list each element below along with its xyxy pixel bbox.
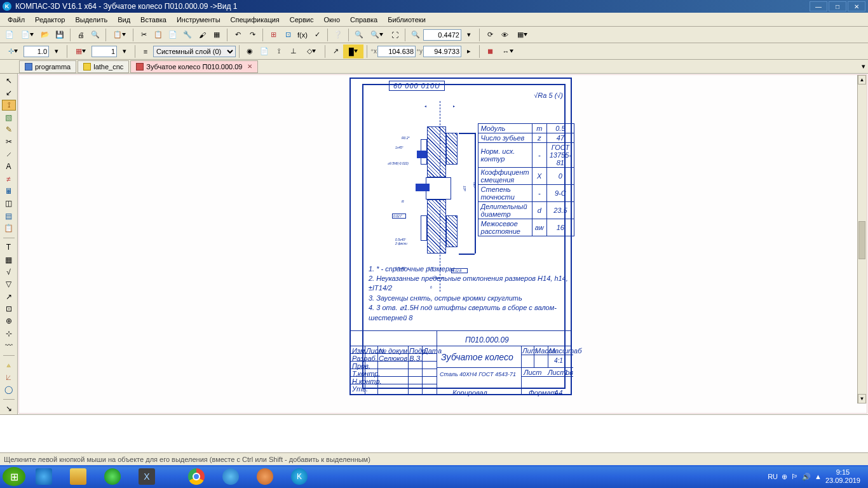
menu-insert[interactable]: Вставка bbox=[135, 15, 172, 25]
display-dd[interactable]: ▦ bbox=[512, 28, 532, 42]
tool-textins[interactable]: T bbox=[2, 242, 16, 253]
scale-input[interactable] bbox=[24, 46, 49, 57]
tool-dims[interactable]: ⟟ bbox=[2, 100, 16, 111]
zoomsel-button[interactable]: 🔍 bbox=[352, 28, 366, 42]
osnap-button[interactable]: ◇ bbox=[301, 44, 322, 58]
tool-report[interactable]: 📋 bbox=[2, 222, 16, 233]
undo-button[interactable]: ↶ bbox=[231, 28, 245, 42]
fx-button[interactable]: f(x) bbox=[295, 28, 309, 42]
scroll-down-icon[interactable]: ▼ bbox=[858, 394, 866, 403]
color-button[interactable]: █ bbox=[343, 44, 363, 58]
zoom-input[interactable] bbox=[423, 29, 461, 41]
tray-volume-icon[interactable]: 🔊 bbox=[802, 473, 811, 481]
coord-x-input[interactable] bbox=[377, 46, 416, 57]
new-button[interactable]: 📄 bbox=[3, 28, 17, 42]
taskbar-media[interactable] bbox=[97, 467, 128, 486]
tray-network-icon[interactable]: ⊕ bbox=[782, 473, 787, 481]
tool-auto2[interactable]: ⟀ bbox=[2, 372, 16, 383]
coord-spinner[interactable]: ▸ bbox=[462, 44, 476, 58]
snap-button[interactable]: ⊹ bbox=[3, 44, 23, 58]
taskbar-explorer[interactable] bbox=[62, 467, 94, 486]
tool-tolerance[interactable]: ⊡ bbox=[2, 303, 16, 314]
tool-roughness[interactable]: √ bbox=[2, 266, 16, 277]
zoomfit-button[interactable]: ⛶ bbox=[388, 28, 402, 42]
help-button[interactable]: ❔ bbox=[331, 28, 345, 42]
tool-mark[interactable]: ⊕ bbox=[2, 316, 16, 327]
zoom-dd-button[interactable]: 🔍 bbox=[367, 28, 387, 42]
view-spinner[interactable]: ▾ bbox=[118, 44, 132, 58]
close-button[interactable]: ✕ bbox=[848, 1, 865, 11]
new-dropdown[interactable]: 📄 bbox=[17, 28, 37, 42]
param-button[interactable]: ↔ bbox=[498, 44, 518, 58]
stop-button[interactable]: ◼ bbox=[483, 44, 497, 58]
page-button[interactable]: 📄 bbox=[257, 44, 271, 58]
tool-text[interactable]: ✎ bbox=[2, 124, 16, 135]
tabs-dropdown[interactable]: ▾ bbox=[862, 62, 865, 71]
start-button[interactable]: ⊞ bbox=[3, 467, 25, 486]
table-button[interactable]: ▦ bbox=[210, 28, 224, 42]
check-button[interactable]: ✓ bbox=[310, 28, 324, 42]
tool-auto1[interactable]: ⟁ bbox=[2, 360, 16, 370]
tray-up-icon[interactable]: ▲ bbox=[815, 473, 822, 480]
layer-select[interactable]: Системный слой (0) bbox=[153, 46, 236, 57]
taskbar-paint[interactable] bbox=[249, 467, 281, 486]
preview-button[interactable]: 🔍 bbox=[88, 28, 102, 42]
menu-window[interactable]: Окно bbox=[318, 15, 345, 25]
redo-button[interactable]: ↷ bbox=[245, 28, 259, 42]
menu-select[interactable]: Выделить bbox=[70, 15, 112, 25]
tab-close-icon[interactable]: ✕ bbox=[247, 63, 252, 70]
tool-line[interactable]: ↙ bbox=[2, 87, 16, 98]
open-button[interactable]: 📂 bbox=[38, 28, 52, 42]
coord-y-input[interactable] bbox=[423, 46, 461, 57]
paste-button[interactable]: 📄 bbox=[166, 28, 180, 42]
tool-base[interactable]: ▽ bbox=[2, 279, 16, 290]
tool-hatch[interactable]: ▧ bbox=[2, 112, 16, 123]
view-input[interactable] bbox=[92, 46, 117, 57]
brush-button[interactable]: 🖌 bbox=[195, 28, 209, 42]
menu-libs[interactable]: Библиотеки bbox=[383, 15, 431, 25]
menu-service[interactable]: Сервис bbox=[285, 15, 319, 25]
hide-button[interactable]: 👁 bbox=[498, 28, 512, 42]
style-button[interactable]: ↗ bbox=[329, 44, 342, 58]
menu-tools[interactable]: Инструменты bbox=[172, 15, 226, 25]
cut-button[interactable]: ✂ bbox=[137, 28, 151, 42]
taskbar-chrome[interactable] bbox=[180, 467, 212, 486]
tool-edit[interactable]: ✂ bbox=[2, 137, 16, 147]
tool-spec[interactable]: ▤ bbox=[2, 210, 16, 221]
tab-gear[interactable]: Зубчатое колесо П010.000.09✕ bbox=[130, 60, 258, 73]
tool-constraint[interactable]: ≠ bbox=[2, 173, 16, 184]
tab-programma[interactable]: programma bbox=[19, 60, 76, 73]
tool-circle[interactable]: ◯ bbox=[2, 384, 16, 395]
layer-icon[interactable]: ≡ bbox=[139, 44, 153, 58]
menu-file[interactable]: Файл bbox=[3, 15, 30, 25]
tool-chamfer[interactable]: ⟋ bbox=[2, 149, 16, 159]
tray-clock[interactable]: 9:15 23.09.2019 bbox=[825, 468, 860, 485]
props-button[interactable]: 🔧 bbox=[180, 28, 194, 42]
taskbar-mail[interactable] bbox=[215, 467, 247, 486]
scroll-thumb[interactable] bbox=[858, 221, 865, 259]
tray-lang[interactable]: RU bbox=[768, 473, 778, 480]
scroll-up-icon[interactable]: ▲ bbox=[858, 75, 866, 85]
scale-spinner[interactable]: ▾ bbox=[50, 44, 64, 58]
tool-measure[interactable]: 🖩 bbox=[2, 186, 16, 196]
taskbar-kompas[interactable]: K bbox=[283, 467, 315, 486]
ortho-button[interactable]: ⊥ bbox=[287, 44, 301, 58]
taskbar-x[interactable]: X bbox=[131, 467, 163, 486]
minimize-button[interactable]: — bbox=[810, 1, 827, 11]
tool-select[interactable]: ↖ bbox=[2, 75, 16, 86]
grid-button[interactable]: ▦ bbox=[71, 44, 91, 58]
copy-button[interactable]: 📋 bbox=[151, 28, 165, 42]
cs-button[interactable]: ◉ bbox=[243, 44, 257, 58]
menu-editor[interactable]: Редактор bbox=[30, 15, 70, 25]
tool-wave[interactable]: 〰 bbox=[2, 340, 16, 351]
tab-lathe[interactable]: lathe_cnc bbox=[78, 60, 129, 73]
design-button[interactable]: ⊡ bbox=[281, 28, 295, 42]
tool-leader[interactable]: ↗ bbox=[2, 291, 16, 302]
menu-help[interactable]: Справка bbox=[345, 15, 383, 25]
taskbar-ie[interactable] bbox=[28, 467, 60, 486]
refresh-button[interactable]: ⟳ bbox=[483, 28, 497, 42]
zoomin-icon[interactable]: 🔍 bbox=[409, 28, 423, 42]
tool-center[interactable]: ⊹ bbox=[2, 328, 16, 339]
lib-button[interactable]: ⊞ bbox=[266, 28, 280, 42]
save-button[interactable]: 💾 bbox=[53, 28, 67, 42]
